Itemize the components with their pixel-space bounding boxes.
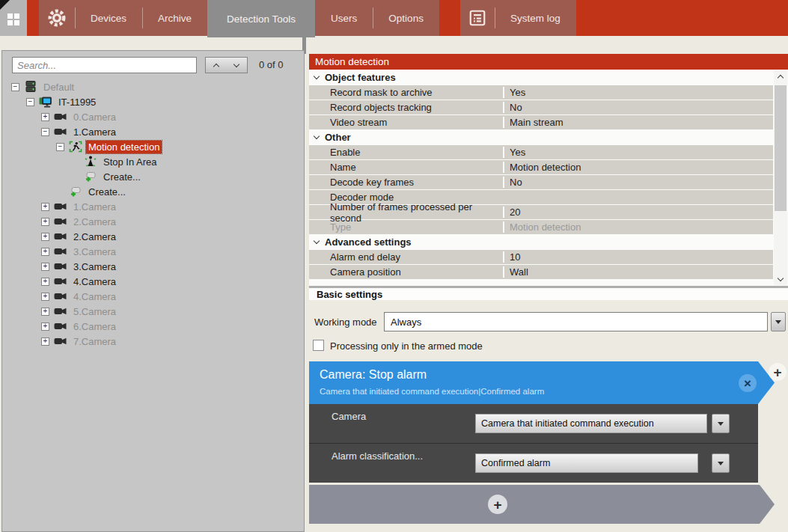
tree-item-camera-4a[interactable]: + 4.Camera [2, 274, 304, 289]
tab-settings-gear[interactable] [39, 0, 75, 36]
expander-plus-icon[interactable]: + [41, 263, 49, 271]
tree-item-camera-2a[interactable]: + 2.Camera [2, 214, 304, 229]
start-menu-button[interactable] [0, 0, 27, 36]
collapse-chevron-icon[interactable] [314, 133, 320, 139]
expander-plus-icon[interactable]: + [41, 113, 49, 121]
expander-minus-icon[interactable]: − [41, 128, 49, 136]
collapse-chevron-icon[interactable] [314, 238, 320, 244]
person-detector-icon [84, 156, 97, 168]
tab-archive[interactable]: Archive [142, 0, 207, 36]
property-row[interactable]: Name Motion detection [309, 160, 773, 174]
property-row[interactable]: Record mask to archive Yes [309, 85, 773, 100]
tree-indent-spacer [56, 188, 64, 196]
camera-icon [54, 245, 67, 257]
property-row[interactable]: Decode key frames No [309, 175, 773, 189]
expander-minus-icon[interactable]: − [56, 143, 64, 151]
expander-plus-icon[interactable]: + [41, 322, 49, 331]
tree-item-label: 5.Camera [71, 305, 118, 318]
armed-mode-checkbox[interactable] [313, 340, 324, 351]
expander-plus-icon[interactable]: + [41, 293, 49, 301]
collapse-chevron-icon[interactable] [314, 73, 320, 79]
tree-item-camera-0[interactable]: + 0.Camera [2, 109, 304, 124]
camera-icon [54, 215, 67, 227]
tree-item-camera-1[interactable]: − 1.Camera [2, 124, 304, 139]
rule-card-footer: + [309, 485, 775, 524]
search-input[interactable] [12, 57, 197, 73]
tree-item-motion-detection[interactable]: − Motion detection [2, 139, 304, 154]
property-row[interactable]: Camera position Wall [309, 265, 773, 279]
expander-plus-icon[interactable]: + [41, 248, 49, 256]
expander-plus-icon[interactable]: + [41, 337, 49, 346]
group-advanced-settings[interactable]: Advanced settings [309, 235, 773, 249]
group-other[interactable]: Other [309, 130, 773, 144]
tab-detection-tools[interactable]: Detection Tools [207, 0, 315, 37]
tree-item-camera-5[interactable]: + 5.Camera [2, 304, 304, 319]
camera-icon [54, 230, 67, 242]
tree-item-camera-2b[interactable]: + 2.Camera [2, 229, 304, 244]
tab-options[interactable]: Options [373, 0, 439, 36]
tab-system-log[interactable]: System log [495, 0, 576, 36]
tab-devices[interactable]: Devices [75, 0, 142, 36]
search-prev-button[interactable] [205, 57, 227, 73]
expander-plus-icon[interactable]: + [41, 308, 49, 316]
camera-select[interactable]: Camera that initiated command execution [475, 414, 707, 433]
property-grid-scrollbar[interactable] [774, 70, 787, 285]
system-log-icon-tab[interactable] [460, 0, 495, 36]
chevron-up-icon [778, 75, 784, 81]
expander-plus-icon[interactable]: + [41, 278, 49, 286]
property-row[interactable]: Enable Yes [309, 145, 773, 159]
search-next-button[interactable] [226, 57, 248, 73]
camera-dropdown-button[interactable] [712, 414, 730, 433]
camera-icon [54, 335, 67, 347]
tree-item-camera-3b[interactable]: + 3.Camera [2, 259, 304, 274]
alarm-classification-select[interactable]: Confirmed alarm [475, 453, 698, 473]
tree-item-label: 0.Camera [71, 111, 118, 123]
expander-minus-icon[interactable]: − [11, 83, 19, 91]
tree-item-stop-in-area[interactable]: Stop In Area [2, 154, 304, 169]
armed-mode-row: Processing only in the armed mode [309, 339, 788, 354]
tree-item-label: Motion detection [86, 141, 162, 153]
scrollbar-thumb[interactable] [775, 85, 787, 211]
expander-plus-icon[interactable]: + [41, 233, 49, 241]
property-row[interactable]: Video stream Main stream [309, 115, 773, 129]
main-tab-group: Devices Archive Detection Tools Users Op… [39, 0, 439, 36]
tree-item-camera-4b[interactable]: + 4.Camera [2, 289, 304, 304]
tree-item-server-it-11995[interactable]: − IT-11995 [2, 94, 304, 109]
scroll-up-button[interactable] [774, 70, 787, 82]
expander-plus-icon[interactable]: + [41, 203, 49, 211]
add-rule-button-top[interactable]: + [769, 363, 787, 381]
tree-item-create-subdetector[interactable]: Create... [2, 169, 304, 184]
working-mode-select[interactable]: Always [384, 312, 768, 331]
rule-card-body: Camera Camera that initiated command exe… [309, 404, 758, 483]
tree-item-label: 6.Camera [71, 320, 118, 333]
search-result-count: 0 of 0 [259, 59, 284, 70]
property-row[interactable]: Alarm end delay 10 [309, 250, 773, 264]
dropdown-arrow-icon [775, 320, 781, 324]
scroll-down-button[interactable] [774, 273, 787, 285]
tree-item-camera-3a[interactable]: + 3.Camera [2, 244, 304, 259]
tree-item-camera-6[interactable]: + 6.Camera [2, 319, 304, 334]
expander-minus-icon[interactable]: − [26, 98, 34, 106]
add-action-button[interactable]: + [488, 495, 507, 514]
camera-icon [54, 201, 67, 213]
close-rule-button[interactable]: × [739, 374, 757, 392]
tree-item-create-detector[interactable]: Create... [2, 184, 304, 199]
tree-item-label: Create... [86, 186, 128, 198]
property-row[interactable]: Number of frames processed per second 20 [309, 205, 773, 219]
working-mode-dropdown-button[interactable] [771, 312, 786, 331]
rule-card-header[interactable]: Camera: Stop alarm Camera that initiated… [309, 361, 775, 404]
property-row[interactable]: Record objects tracking No [309, 100, 773, 114]
tree-item-camera-7[interactable]: + 7.Camera [2, 334, 304, 349]
basic-settings-section-header[interactable]: Basic settings [309, 289, 788, 300]
tree-item-label: 4.Camera [71, 290, 118, 303]
tree-item-camera-1b[interactable]: + 1.Camera [2, 199, 304, 214]
tree-item-label: Default [41, 81, 76, 94]
tree-item-label: 3.Camera [71, 260, 118, 273]
device-tree: − Default − IT-11995 + [2, 79, 304, 531]
tab-users[interactable]: Users [315, 0, 373, 36]
rule-subtitle: Camera that initiated command execution|… [320, 387, 544, 396]
alarm-classification-dropdown-button[interactable] [712, 453, 730, 473]
expander-plus-icon[interactable]: + [41, 218, 49, 226]
tree-item-default[interactable]: − Default [2, 79, 304, 94]
group-object-features[interactable]: Object features [309, 70, 773, 85]
